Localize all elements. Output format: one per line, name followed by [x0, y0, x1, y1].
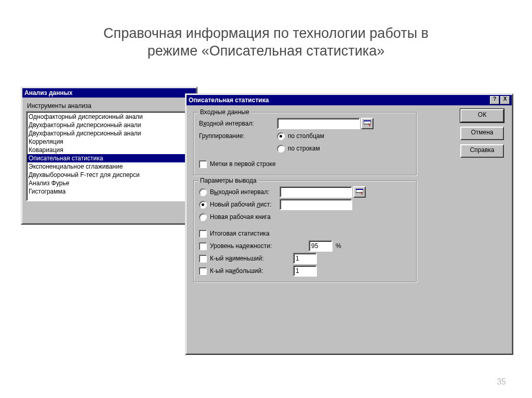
page-title-line1: Справочная информация по технологии рабо…: [103, 25, 429, 41]
percent-label: %: [336, 242, 341, 250]
input-range-field[interactable]: [277, 118, 360, 129]
new-book-label: Новая рабочая книга: [210, 213, 271, 221]
new-book-radio[interactable]: [199, 213, 207, 221]
k-largest-field[interactable]: [293, 265, 317, 277]
k-largest-label: К-ый наибольший:: [210, 267, 293, 275]
analysis-dialog-title: Анализ данных: [24, 89, 194, 97]
page-title-line2: режиме «Описательная статистика»: [148, 43, 384, 59]
input-range-label: Входной интервал:: [199, 120, 277, 127]
group-by-rows-radio[interactable]: [277, 145, 285, 153]
labels-first-row-check[interactable]: [199, 160, 207, 168]
confidence-field[interactable]: [309, 240, 332, 252]
new-sheet-radio[interactable]: [199, 201, 207, 209]
tools-list-item[interactable]: Анализ Фурье: [28, 179, 191, 187]
close-icon[interactable]: X: [500, 96, 510, 104]
confidence-check[interactable]: [199, 242, 207, 250]
ok-button[interactable]: ОК: [460, 109, 504, 122]
summary-stats-label: Итоговая статистика: [210, 230, 270, 237]
output-range-label: Выходной интервал:: [210, 188, 280, 196]
help-icon[interactable]: ?: [490, 96, 499, 104]
tools-listbox[interactable]: Однофакторный дисперсионный аналиДвухфак…: [26, 111, 192, 201]
analysis-dialog-titlebar[interactable]: Анализ данных: [22, 88, 196, 98]
tools-list-item[interactable]: Ковариация: [28, 146, 191, 154]
tools-list-item[interactable]: Корреляция: [28, 138, 191, 146]
tools-list-item[interactable]: Однофакторный дисперсионный анали: [28, 113, 191, 121]
page-title: Справочная информация по технологии рабо…: [0, 0, 532, 60]
grouping-label: Группирование:: [199, 132, 277, 140]
page-number: 35: [497, 377, 506, 387]
tools-label: Инструменты анализа: [27, 102, 192, 109]
desc-dialog-titlebar[interactable]: Описательная статистика ? X: [187, 95, 512, 105]
output-group: Параметры вывода Выходной интервал: Новы…: [193, 181, 417, 282]
tools-list-item[interactable]: Двухфакторный дисперсионный анали: [28, 129, 191, 138]
summary-stats-check[interactable]: [199, 230, 207, 238]
labels-first-row-label: Метки в первой строке: [210, 160, 276, 168]
new-sheet-field[interactable]: [280, 199, 352, 210]
k-smallest-check[interactable]: [199, 255, 207, 263]
k-smallest-label: К-ый наименьший:: [210, 255, 293, 262]
svg-rect-3: [356, 189, 363, 190]
k-smallest-field[interactable]: [293, 253, 317, 264]
tools-list-item[interactable]: Описательная статистика: [28, 154, 191, 162]
output-range-radio[interactable]: [199, 188, 207, 196]
k-largest-check[interactable]: [199, 267, 207, 275]
desc-dialog-title: Описательная статистика: [189, 97, 489, 104]
range-picker-icon[interactable]: [353, 186, 366, 198]
tools-list-item[interactable]: Двухвыборочный F-тест для дисперси: [28, 171, 191, 179]
help-button[interactable]: Справка: [460, 144, 504, 158]
descriptive-stats-dialog: Описательная статистика ? X ОК Отмена Сп…: [185, 93, 513, 355]
new-sheet-label: Новый рабочий лист:: [210, 201, 280, 208]
group-by-columns-label: по столбцам: [288, 132, 324, 140]
input-group: Входные данные Входной интервал: Группир…: [193, 112, 417, 175]
tools-list-item[interactable]: Гистограмма: [28, 187, 191, 196]
tools-list-item[interactable]: Экспоненциальное сглаживание: [28, 162, 191, 171]
confidence-label: Уровень надежности:: [210, 242, 309, 250]
range-picker-icon[interactable]: [361, 118, 374, 129]
svg-rect-1: [364, 120, 371, 121]
group-by-columns-radio[interactable]: [277, 132, 285, 140]
tools-list-item[interactable]: Двухфакторный дисперсионный анали: [28, 121, 191, 129]
input-group-legend: Входные данные: [198, 108, 251, 116]
output-range-field[interactable]: [280, 186, 352, 198]
cancel-button[interactable]: Отмена: [460, 127, 504, 140]
analysis-dialog: Анализ данных Инструменты анализа Однофа…: [21, 87, 197, 225]
group-by-rows-label: по строкам: [288, 145, 320, 152]
output-group-legend: Параметры вывода: [198, 177, 259, 184]
